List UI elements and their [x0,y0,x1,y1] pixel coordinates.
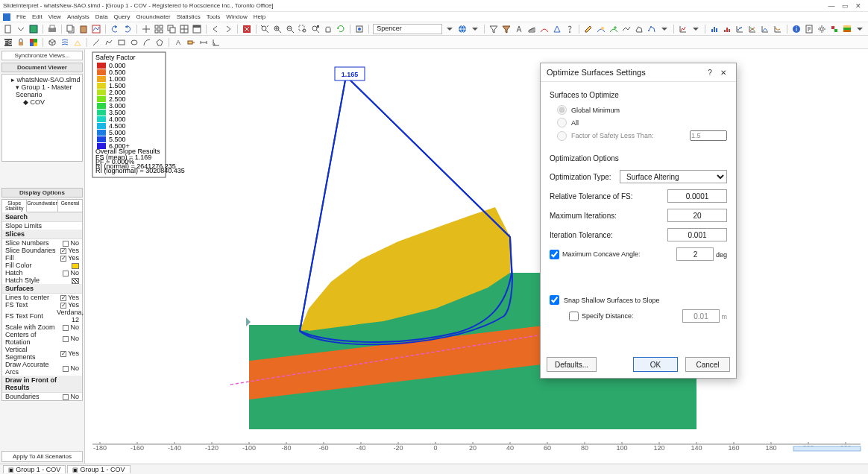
opt-row[interactable]: Vertical SegmentsYes [2,346,82,361]
opttype-select[interactable]: Surface Altering [620,170,727,183]
menu-groundwater[interactable]: Groundwater [136,13,170,20]
tile-icon[interactable] [154,24,164,34]
close-button[interactable]: ✕ [852,2,865,10]
pan-icon[interactable] [141,24,151,34]
tree-root[interactable]: ▸ whatsNew-SAO.slmd [4,76,81,83]
stop-icon[interactable] [242,24,252,34]
itertol-input[interactable] [667,228,727,241]
radio-global-min[interactable]: Global Minimum [550,104,727,116]
ok-button[interactable]: OK [633,357,678,372]
arrow-right-icon[interactable] [223,24,233,34]
specdist-check[interactable] [569,312,579,321]
menu-help[interactable]: Help [254,13,265,20]
opt-row[interactable]: Lines to centerYes [2,294,82,301]
dropdown-icon[interactable] [855,24,865,34]
slice-icon[interactable] [526,24,537,34]
reltol-input[interactable] [667,189,727,203]
query-icon[interactable] [564,24,575,34]
scatter-icon[interactable] [735,24,745,34]
zoom-in-icon[interactable] [272,24,283,34]
surface-tool-icon[interactable] [621,24,632,34]
surface-icon[interactable] [539,24,550,34]
cancel-button[interactable]: Cancel [685,357,730,372]
chart-dropdown-icon[interactable] [691,24,701,34]
draw-polyline-icon[interactable] [104,37,114,48]
menu-statistics[interactable]: Statistics [177,13,201,20]
opt-row[interactable]: Scale with ZoomNo [2,323,82,331]
radio-all[interactable]: All [550,116,727,129]
save-icon[interactable] [28,24,39,34]
arrow-left-icon[interactable] [210,24,221,34]
metafile-icon[interactable] [91,24,101,34]
edit-poly-icon[interactable] [647,24,657,34]
fs-icon[interactable]: FS [3,37,13,48]
zoom-extents-icon[interactable] [260,24,270,34]
new-dropdown-icon[interactable] [16,24,26,34]
maximize-button[interactable]: ▭ [838,2,852,10]
window-icon[interactable] [192,24,202,34]
poly-icon[interactable] [634,24,644,34]
dropdown-icon[interactable] [470,24,480,34]
zoom-select-icon[interactable] [310,24,321,34]
dropdown-icon[interactable] [444,24,455,34]
mixed-icon[interactable] [829,24,840,34]
opt-row[interactable]: BoundariesNo [2,393,82,400]
angle-icon[interactable] [211,37,221,48]
menu-data[interactable]: Data [95,13,108,20]
model-canvas[interactable]: Safety Factor 0.0000.5001.0001.5002.0002… [85,49,868,464]
draw-arc-icon[interactable] [142,37,152,48]
menu-view[interactable]: View [48,13,61,20]
method-combo[interactable]: Spencer [373,24,442,34]
mesh-icon[interactable] [47,37,57,48]
snap-check[interactable] [550,295,559,305]
sensitivity-icon[interactable] [747,24,758,34]
display-options-icon[interactable] [354,24,365,34]
maxconc-input[interactable] [676,247,714,261]
color-icon[interactable] [28,37,39,48]
cascade-icon[interactable] [166,24,177,34]
menu-tools[interactable]: Tools [207,13,221,20]
draw-ellipse-icon[interactable] [129,37,139,48]
surface-icon[interactable] [72,37,83,48]
triangle-icon[interactable] [552,24,562,34]
text-icon[interactable]: A [173,37,183,48]
report-icon[interactable] [804,24,814,34]
opt-row[interactable]: FS TextYes [2,301,82,309]
opt-row[interactable]: Slope Limits [2,222,82,230]
document-tree[interactable]: ▸ whatsNew-SAO.slmd ▾ Group 1 - Master S… [1,74,83,162]
maxconc-check[interactable] [550,250,559,259]
pan-hand-icon[interactable] [323,24,333,34]
tab-general[interactable]: General [58,200,82,212]
menu-file[interactable]: File [16,13,26,20]
draw-polygon-icon[interactable] [154,37,165,48]
opt-row[interactable]: Slice BoundariesYes [2,247,82,254]
opt-row[interactable]: Hatch Style [2,276,82,284]
tab-slope-stability[interactable]: Slope Stability [2,200,27,212]
tab-group[interactable]: ▣ Group 1 - COV [3,465,66,473]
opt-row[interactable]: FillYes [2,254,82,262]
edit-icon[interactable] [583,24,594,34]
opt-row[interactable]: Fill Color [2,262,82,269]
redo-icon[interactable] [122,24,133,34]
stats-icon[interactable] [709,24,720,34]
tree-node[interactable]: ▾ Group 1 - Master Scenario [4,83,81,98]
minimize-button[interactable]: — [825,2,838,10]
sync-views-button[interactable]: Synchronize Views... [1,51,83,60]
fs-less-input[interactable] [690,130,727,141]
opt-row[interactable]: Slice NumbersNo [2,239,82,247]
dropdown-icon[interactable] [659,24,670,34]
menu-query[interactable]: Query [114,13,130,20]
tab-group[interactable]: ▣ Group 1 - COV [67,465,130,473]
dim-icon[interactable] [198,37,209,48]
opt-row[interactable]: FS Text FontVerdana, 12 [2,309,82,323]
add-surface-icon[interactable] [608,24,619,34]
help-icon[interactable]: ? [703,69,717,77]
defaults-button[interactable]: Defaults... [547,357,597,372]
draw-rect-icon[interactable] [116,37,127,48]
globe-icon[interactable] [457,24,468,34]
close-icon[interactable]: ✕ [717,69,730,77]
opt-row[interactable]: Draw Accurate ArcsNo [2,361,82,376]
grid-icon[interactable] [179,24,189,34]
paste-icon[interactable] [78,24,89,34]
contour-icon[interactable] [60,37,70,48]
